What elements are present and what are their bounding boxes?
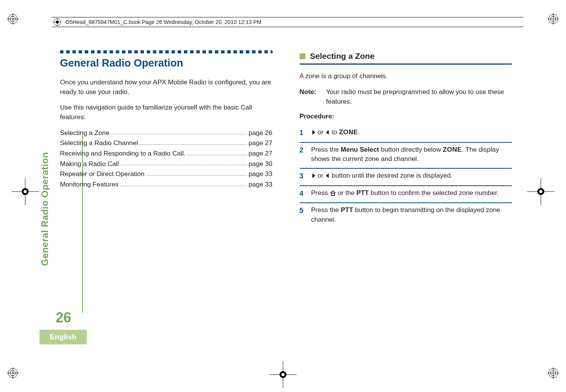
toc-page: page 27 <box>249 149 272 159</box>
step4-a: Press <box>311 189 330 197</box>
procedure-step: 3 or button until the desired zone is di… <box>300 169 512 186</box>
step-number: 4 <box>300 188 306 199</box>
zone-softkey-label: ZONE <box>339 128 358 136</box>
step2-a: Press the <box>311 146 341 153</box>
arrow-left-icon <box>325 172 330 181</box>
toc-row: Making a Radio Call page 30 <box>60 159 273 169</box>
regmark-bl-icon <box>7 367 19 379</box>
toc-label: Monitoring Features <box>60 180 118 190</box>
print-header-text: O5Head_6875947M01_C.book Page 26 Wednesd… <box>63 19 261 25</box>
svg-marker-35 <box>326 173 329 178</box>
content-columns: General Radio Operation Once you underst… <box>60 50 512 330</box>
menu-select-label: Menu Select <box>341 146 379 153</box>
toc-dots <box>187 155 247 155</box>
step-number: 1 <box>300 128 306 138</box>
crosshair-bottom-icon <box>269 361 297 388</box>
manual-page: O5Head_6875947M01_C.book Page 26 Wednesd… <box>0 0 566 392</box>
step-number: 5 <box>300 205 306 224</box>
toc-dots <box>146 175 247 176</box>
toc-row: Selecting a Radio Channel page 27 <box>60 139 273 148</box>
svg-marker-33 <box>326 130 329 135</box>
ptt-label: PTT <box>357 189 369 197</box>
step4-b: or the <box>336 189 357 197</box>
step-number: 3 <box>300 171 306 181</box>
section-title: General Radio Operation <box>60 56 273 71</box>
toc-label: Selecting a Radio Channel <box>60 139 138 148</box>
arrow-right-icon <box>311 128 316 138</box>
intro-paragraph-1: Once you understand how your APX Mobile … <box>60 78 273 97</box>
procedure-label: Procedure: <box>300 112 512 122</box>
subheading-row: Selecting a Zone <box>300 50 512 62</box>
left-column: General Radio Operation Once you underst… <box>60 50 273 330</box>
subheading-rule <box>300 63 512 65</box>
svg-point-23 <box>539 190 542 193</box>
note-label: Note: <box>300 87 319 106</box>
toc-dots <box>120 186 247 186</box>
step2-c: button directly below <box>379 146 443 153</box>
procedure-step: 4 Press or the PTT button to confirm the… <box>300 186 512 204</box>
toc-row: Repeater or Direct Operation page 33 <box>60 169 273 179</box>
svg-point-27 <box>281 373 285 376</box>
toc-row: Receiving and Responding to a Radio Call… <box>60 149 273 159</box>
procedure-step: 1 or to ZONE. <box>300 125 512 143</box>
print-header: O5Head_6875947M01_C.book Page 26 Wednesd… <box>51 17 523 27</box>
svg-point-31 <box>56 21 58 23</box>
procedure-step: 5 Press the PTT button to begin transmit… <box>300 203 512 228</box>
toc-page: page 33 <box>249 169 272 179</box>
toc-label: Making a Radio Call <box>60 159 119 169</box>
procedure-step: 2 Press the Menu Select button directly … <box>300 143 512 169</box>
step4-c: button to confirm the selected zone numb… <box>369 189 499 197</box>
step3-tail: button until the desired zone is display… <box>330 172 453 179</box>
language-badge: English <box>39 330 87 344</box>
toc-dots <box>120 165 247 165</box>
step1-to: to <box>330 128 339 136</box>
step1-tail: . <box>358 128 360 136</box>
note-text: Your radio must be preprogrammed to allo… <box>326 87 512 106</box>
step-body: Press the Menu Select button directly be… <box>311 145 512 164</box>
regmark-tr-icon <box>547 13 559 25</box>
step-body: or to ZONE. <box>311 128 512 138</box>
toc-row: Selecting a Zone page 26 <box>60 128 273 138</box>
home-icon <box>330 189 336 199</box>
regmark-br-icon <box>547 367 559 379</box>
step5-a: Press the <box>311 206 341 214</box>
svg-marker-32 <box>312 130 315 135</box>
toc-label: Receiving and Responding to a Radio Call… <box>60 149 185 159</box>
toc-page: page 33 <box>249 180 272 190</box>
intro-paragraph-2: Use this navigation guide to familiarize… <box>60 103 273 122</box>
regmark-tl-icon <box>7 13 19 25</box>
step-body: Press or the PTT button to confirm the s… <box>311 188 512 199</box>
subheading: Selecting a Zone <box>310 50 375 62</box>
step-body: or button until the desired zone is disp… <box>311 171 512 181</box>
print-header-mark-icon <box>51 17 63 27</box>
arrow-left-icon <box>325 128 330 138</box>
zone-softkey-label: ZONE <box>443 146 462 153</box>
step-body: Press the PTT button to begin transmitti… <box>311 205 512 224</box>
svg-rect-36 <box>331 193 334 195</box>
right-column: Selecting a Zone A zone is a group of ch… <box>300 50 512 330</box>
toc-dots <box>111 134 247 134</box>
toc-page: page 30 <box>249 159 272 169</box>
side-tab-label: General Radio Operation <box>39 151 50 267</box>
crosshair-right-icon <box>527 178 554 205</box>
toc-dots <box>139 144 247 145</box>
zone-definition: A zone is a group of channels. <box>300 72 512 81</box>
step1-or: or <box>316 128 326 136</box>
toc-label: Repeater or Direct Operation <box>60 169 144 179</box>
language-badge-text: English <box>50 333 77 341</box>
toc-page: page 27 <box>249 139 272 148</box>
step-number: 2 <box>300 145 306 164</box>
subheading-square-icon <box>300 53 305 59</box>
step3-or: or <box>316 172 326 179</box>
note-row: Note: Your radio must be preprogrammed t… <box>300 87 512 106</box>
svg-marker-34 <box>312 173 315 178</box>
svg-point-19 <box>24 190 27 193</box>
table-of-contents: Selecting a Zone page 26 Selecting a Rad… <box>60 128 273 190</box>
section-separator <box>60 50 273 53</box>
ptt-label: PTT <box>341 206 353 214</box>
toc-page: page 26 <box>249 128 272 138</box>
toc-row: Monitoring Features page 33 <box>60 180 273 190</box>
toc-label: Selecting a Zone <box>60 128 110 138</box>
arrow-right-icon <box>311 172 316 181</box>
